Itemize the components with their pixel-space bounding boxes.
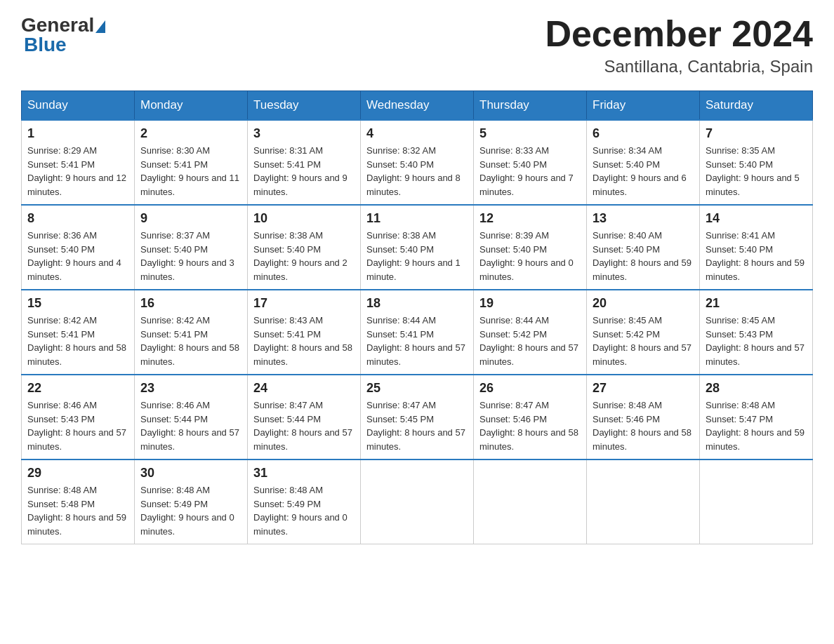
day-info: Sunrise: 8:40 AM Sunset: 5:40 PM Dayligh… [593, 229, 694, 283]
logo-triangle-icon [95, 20, 105, 33]
day-number: 5 [479, 126, 581, 141]
calendar-day-cell: 25 Sunrise: 8:47 AM Sunset: 5:45 PM Dayl… [361, 375, 474, 459]
day-info: Sunrise: 8:48 AM Sunset: 5:49 PM Dayligh… [140, 483, 241, 538]
month-title: December 2024 [545, 14, 813, 54]
calendar-day-cell: 20 Sunrise: 8:45 AM Sunset: 5:42 PM Dayl… [587, 290, 700, 375]
day-number: 1 [27, 126, 128, 141]
page-header: General Blue December 2024 Santillana, C… [21, 14, 813, 76]
day-number: 27 [593, 381, 694, 396]
day-info: Sunrise: 8:46 AM Sunset: 5:44 PM Dayligh… [140, 398, 241, 453]
calendar-table: SundayMondayTuesdayWednesdayThursdayFrid… [21, 90, 813, 544]
location-subtitle: Santillana, Cantabria, Spain [545, 57, 813, 76]
day-number: 23 [140, 381, 241, 396]
logo: General Blue [21, 14, 105, 56]
calendar-day-cell: 7 Sunrise: 8:35 AM Sunset: 5:40 PM Dayli… [700, 120, 813, 205]
day-number: 3 [253, 126, 355, 141]
day-info: Sunrise: 8:29 AM Sunset: 5:41 PM Dayligh… [27, 144, 128, 199]
calendar-day-cell: 24 Sunrise: 8:47 AM Sunset: 5:44 PM Dayl… [248, 375, 361, 459]
weekday-header-monday: Monday [135, 91, 248, 121]
day-info: Sunrise: 8:44 AM Sunset: 5:42 PM Dayligh… [479, 314, 581, 368]
day-info: Sunrise: 8:37 AM Sunset: 5:40 PM Dayligh… [140, 229, 241, 283]
day-info: Sunrise: 8:38 AM Sunset: 5:40 PM Dayligh… [253, 229, 355, 283]
calendar-week-row: 8 Sunrise: 8:36 AM Sunset: 5:40 PM Dayli… [22, 205, 813, 290]
day-number: 26 [479, 381, 581, 396]
weekday-header-thursday: Thursday [474, 91, 587, 121]
calendar-day-cell: 12 Sunrise: 8:39 AM Sunset: 5:40 PM Dayl… [474, 205, 587, 290]
day-info: Sunrise: 8:48 AM Sunset: 5:49 PM Dayligh… [253, 483, 355, 538]
day-number: 31 [253, 466, 355, 481]
calendar-day-cell: 18 Sunrise: 8:44 AM Sunset: 5:41 PM Dayl… [361, 290, 474, 375]
weekday-header-wednesday: Wednesday [361, 91, 474, 121]
calendar-day-cell: 31 Sunrise: 8:48 AM Sunset: 5:49 PM Dayl… [248, 459, 361, 544]
day-info: Sunrise: 8:42 AM Sunset: 5:41 PM Dayligh… [27, 314, 128, 368]
calendar-week-row: 29 Sunrise: 8:48 AM Sunset: 5:48 PM Dayl… [22, 459, 813, 544]
day-number: 4 [366, 126, 468, 141]
day-info: Sunrise: 8:48 AM Sunset: 5:47 PM Dayligh… [706, 398, 807, 453]
calendar-day-cell: 6 Sunrise: 8:34 AM Sunset: 5:40 PM Dayli… [587, 120, 700, 205]
calendar-day-cell: 19 Sunrise: 8:44 AM Sunset: 5:42 PM Dayl… [474, 290, 587, 375]
calendar-day-cell: 30 Sunrise: 8:48 AM Sunset: 5:49 PM Dayl… [135, 459, 248, 544]
day-number: 28 [706, 381, 807, 396]
day-number: 19 [479, 296, 581, 311]
calendar-day-cell: 11 Sunrise: 8:38 AM Sunset: 5:40 PM Dayl… [361, 205, 474, 290]
calendar-day-cell: 28 Sunrise: 8:48 AM Sunset: 5:47 PM Dayl… [700, 375, 813, 459]
calendar-day-cell: 8 Sunrise: 8:36 AM Sunset: 5:40 PM Dayli… [22, 205, 135, 290]
day-info: Sunrise: 8:44 AM Sunset: 5:41 PM Dayligh… [366, 314, 468, 368]
title-area: December 2024 Santillana, Cantabria, Spa… [545, 14, 813, 76]
day-info: Sunrise: 8:32 AM Sunset: 5:40 PM Dayligh… [366, 144, 468, 199]
weekday-header-row: SundayMondayTuesdayWednesdayThursdayFrid… [22, 91, 813, 121]
calendar-week-row: 22 Sunrise: 8:46 AM Sunset: 5:43 PM Dayl… [22, 375, 813, 459]
calendar-day-cell: 10 Sunrise: 8:38 AM Sunset: 5:40 PM Dayl… [248, 205, 361, 290]
day-number: 29 [27, 466, 128, 481]
calendar-day-cell: 22 Sunrise: 8:46 AM Sunset: 5:43 PM Dayl… [22, 375, 135, 459]
day-number: 10 [253, 211, 355, 226]
day-number: 8 [27, 211, 128, 226]
day-number: 9 [140, 211, 241, 226]
day-info: Sunrise: 8:45 AM Sunset: 5:43 PM Dayligh… [706, 314, 807, 368]
calendar-week-row: 1 Sunrise: 8:29 AM Sunset: 5:41 PM Dayli… [22, 120, 813, 205]
day-number: 24 [253, 381, 355, 396]
day-info: Sunrise: 8:39 AM Sunset: 5:40 PM Dayligh… [479, 229, 581, 283]
day-info: Sunrise: 8:42 AM Sunset: 5:41 PM Dayligh… [140, 314, 241, 368]
calendar-day-cell: 17 Sunrise: 8:43 AM Sunset: 5:41 PM Dayl… [248, 290, 361, 375]
day-number: 11 [366, 211, 468, 226]
day-info: Sunrise: 8:41 AM Sunset: 5:40 PM Dayligh… [706, 229, 807, 283]
day-number: 7 [706, 126, 807, 141]
calendar-day-cell [361, 459, 474, 544]
calendar-day-cell: 2 Sunrise: 8:30 AM Sunset: 5:41 PM Dayli… [135, 120, 248, 205]
calendar-day-cell: 5 Sunrise: 8:33 AM Sunset: 5:40 PM Dayli… [474, 120, 587, 205]
calendar-day-cell [700, 459, 813, 544]
day-info: Sunrise: 8:30 AM Sunset: 5:41 PM Dayligh… [140, 144, 241, 199]
weekday-header-friday: Friday [587, 91, 700, 121]
calendar-day-cell: 13 Sunrise: 8:40 AM Sunset: 5:40 PM Dayl… [587, 205, 700, 290]
day-info: Sunrise: 8:34 AM Sunset: 5:40 PM Dayligh… [593, 144, 694, 199]
calendar-day-cell: 1 Sunrise: 8:29 AM Sunset: 5:41 PM Dayli… [22, 120, 135, 205]
day-number: 25 [366, 381, 468, 396]
day-number: 16 [140, 296, 241, 311]
day-number: 13 [593, 211, 694, 226]
weekday-header-tuesday: Tuesday [248, 91, 361, 121]
calendar-day-cell: 23 Sunrise: 8:46 AM Sunset: 5:44 PM Dayl… [135, 375, 248, 459]
day-number: 18 [366, 296, 468, 311]
calendar-week-row: 15 Sunrise: 8:42 AM Sunset: 5:41 PM Dayl… [22, 290, 813, 375]
day-info: Sunrise: 8:35 AM Sunset: 5:40 PM Dayligh… [706, 144, 807, 199]
calendar-day-cell [587, 459, 700, 544]
calendar-day-cell: 27 Sunrise: 8:48 AM Sunset: 5:46 PM Dayl… [587, 375, 700, 459]
day-info: Sunrise: 8:38 AM Sunset: 5:40 PM Dayligh… [366, 229, 468, 283]
calendar-day-cell: 29 Sunrise: 8:48 AM Sunset: 5:48 PM Dayl… [22, 459, 135, 544]
weekday-header-saturday: Saturday [700, 91, 813, 121]
calendar-day-cell: 16 Sunrise: 8:42 AM Sunset: 5:41 PM Dayl… [135, 290, 248, 375]
day-number: 2 [140, 126, 241, 141]
day-number: 17 [253, 296, 355, 311]
day-info: Sunrise: 8:43 AM Sunset: 5:41 PM Dayligh… [253, 314, 355, 368]
day-info: Sunrise: 8:48 AM Sunset: 5:46 PM Dayligh… [593, 398, 694, 453]
calendar-day-cell: 26 Sunrise: 8:47 AM Sunset: 5:46 PM Dayl… [474, 375, 587, 459]
day-number: 30 [140, 466, 241, 481]
day-number: 15 [27, 296, 128, 311]
day-info: Sunrise: 8:46 AM Sunset: 5:43 PM Dayligh… [27, 398, 128, 453]
logo-blue-text: Blue [24, 34, 67, 56]
day-info: Sunrise: 8:36 AM Sunset: 5:40 PM Dayligh… [27, 229, 128, 283]
weekday-header-sunday: Sunday [22, 91, 135, 121]
calendar-day-cell: 15 Sunrise: 8:42 AM Sunset: 5:41 PM Dayl… [22, 290, 135, 375]
day-info: Sunrise: 8:33 AM Sunset: 5:40 PM Dayligh… [479, 144, 581, 199]
